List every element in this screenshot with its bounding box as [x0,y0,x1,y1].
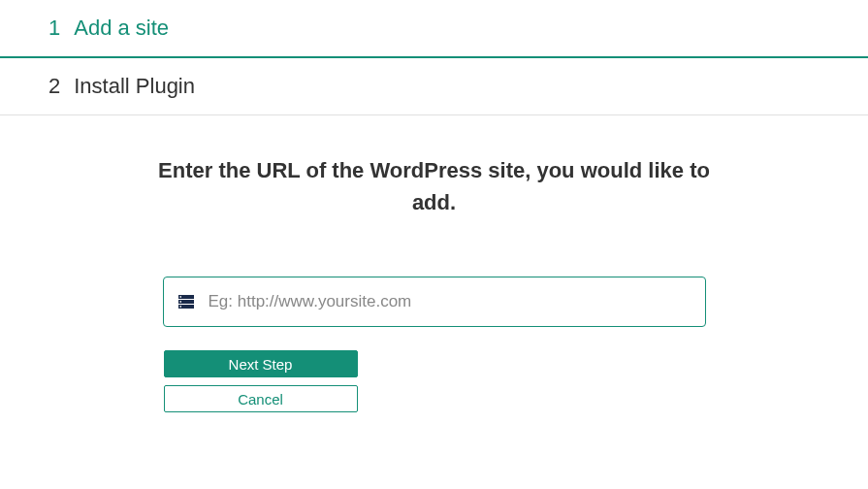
url-input-wrapper [163,277,706,327]
step-number: 1 [48,16,60,41]
svg-rect-5 [179,306,181,308]
cancel-button[interactable]: Cancel [164,385,358,412]
steps-container: 1 Add a site 2 Install Plugin [0,0,868,115]
svg-rect-3 [179,296,181,298]
step-label: Add a site [74,16,169,41]
step-number: 2 [48,74,60,99]
step-add-site[interactable]: 1 Add a site [0,0,868,58]
content-area: Enter the URL of the WordPress site, you… [0,115,868,412]
server-icon [177,293,195,310]
url-input[interactable] [209,292,691,311]
svg-rect-4 [179,301,181,303]
button-container: Next Step Cancel [163,350,706,412]
instruction-text: Enter the URL of the WordPress site, you… [134,154,735,218]
step-install-plugin[interactable]: 2 Install Plugin [0,58,868,115]
step-label: Install Plugin [74,74,195,99]
next-step-button[interactable]: Next Step [164,350,358,377]
